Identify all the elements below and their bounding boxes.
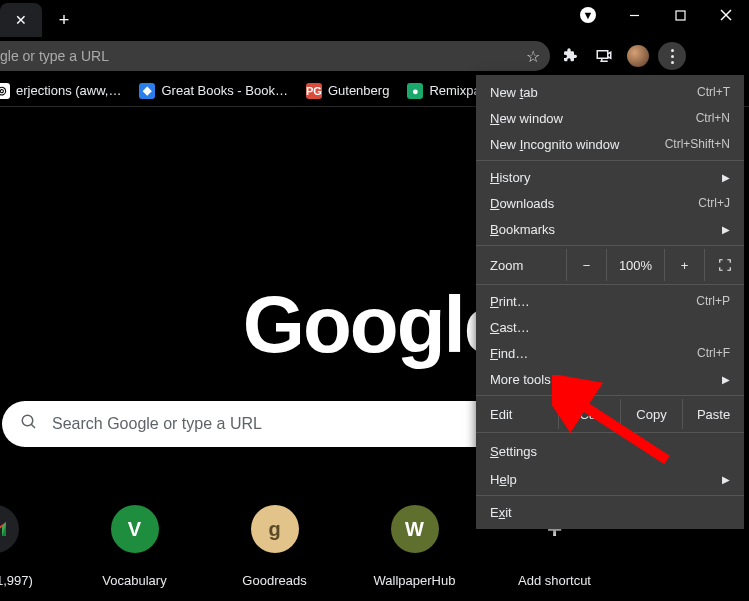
bookmark-favicon: PG (306, 83, 322, 99)
menu-more-tools[interactable]: More tools ▶ (476, 366, 744, 392)
active-tab[interactable]: ✕ (0, 3, 42, 37)
menu-edit-label: Edit (476, 407, 558, 422)
menu-edit-row: Edit Cut Copy Paste (476, 399, 744, 429)
menu-downloads[interactable]: Downloads Ctrl+J (476, 190, 744, 216)
bookmark-favicon: ◎ (0, 83, 10, 99)
bookmark-favicon: ● (407, 83, 423, 99)
bookmark-item[interactable]: ◎erjections (aww,… (0, 83, 121, 99)
profile-avatar[interactable] (624, 42, 652, 70)
main-menu-button[interactable] (658, 42, 686, 70)
menu-zoom-label: Zoom (476, 258, 566, 273)
shortcut-tile[interactable]: Inbox (1,997) (0, 505, 42, 588)
menu-incognito[interactable]: New Incognito window Ctrl+Shift+N (476, 131, 744, 157)
google-logo: Google (243, 279, 507, 371)
bookmark-favicon: ◆ (139, 83, 155, 99)
shortcut-tile[interactable]: VVocabulary (87, 505, 182, 588)
shortcut-label: Inbox (1,997) (0, 573, 33, 588)
zoom-out-button[interactable]: − (566, 249, 606, 281)
bookmark-label: erjections (aww,… (16, 83, 121, 98)
account-indicator-icon[interactable]: ▼ (565, 0, 611, 30)
menu-new-window[interactable]: New window Ctrl+N (476, 105, 744, 131)
close-tab-icon[interactable]: ✕ (15, 12, 27, 28)
svg-line-6 (31, 424, 35, 428)
menu-new-tab[interactable]: New tab Ctrl+T (476, 79, 744, 105)
shortcut-icon (0, 505, 19, 553)
zoom-value: 100% (606, 249, 664, 281)
new-tab-button[interactable]: + (50, 6, 78, 34)
menu-cast[interactable]: Cast… (476, 314, 744, 340)
menu-exit[interactable]: Exit (476, 499, 744, 525)
menu-zoom-row: Zoom − 100% + (476, 249, 744, 281)
search-placeholder: Search Google or type a URL (52, 415, 262, 433)
shortcut-icon: W (391, 505, 439, 553)
menu-find[interactable]: Find… Ctrl+F (476, 340, 744, 366)
bookmark-item[interactable]: ◆Great Books - Book… (139, 83, 287, 99)
shortcut-tile[interactable]: WWallpaperHub (367, 505, 462, 588)
search-box[interactable]: Search Google or type a URL (2, 401, 557, 447)
shortcut-icon: g (251, 505, 299, 553)
fullscreen-button[interactable] (704, 249, 744, 281)
zoom-in-button[interactable]: + (664, 249, 704, 281)
bookmark-item[interactable]: PGGutenberg (306, 83, 389, 99)
address-bar[interactable]: gle or type a URL ☆ (0, 41, 550, 71)
shortcut-label: Goodreads (242, 573, 306, 588)
shortcut-label: Vocabulary (102, 573, 166, 588)
menu-copy[interactable]: Copy (620, 399, 682, 429)
menu-settings[interactable]: Settings (476, 436, 744, 466)
menu-bookmarks[interactable]: Bookmarks ▶ (476, 216, 744, 242)
shortcut-label: WallpaperHub (374, 573, 456, 588)
bookmark-star-icon[interactable]: ☆ (526, 47, 540, 66)
extensions-icon[interactable] (556, 42, 584, 70)
menu-print[interactable]: Print… Ctrl+P (476, 288, 744, 314)
minimize-button[interactable] (611, 0, 657, 30)
address-placeholder: gle or type a URL (0, 48, 526, 64)
bookmark-label: Gutenberg (328, 83, 389, 98)
svg-rect-4 (597, 51, 608, 59)
menu-help[interactable]: Help ▶ (476, 466, 744, 492)
menu-history[interactable]: History ▶ (476, 164, 744, 190)
main-menu: New tab Ctrl+T New window Ctrl+N New Inc… (476, 75, 744, 529)
maximize-button[interactable] (657, 0, 703, 30)
search-icon (20, 413, 38, 436)
media-control-icon[interactable] (590, 42, 618, 70)
close-window-button[interactable] (703, 0, 749, 30)
menu-paste[interactable]: Paste (682, 399, 744, 429)
bookmark-label: Great Books - Book… (161, 83, 287, 98)
shortcut-icon: V (111, 505, 159, 553)
menu-cut[interactable]: Cut (558, 399, 620, 429)
svg-rect-1 (676, 11, 685, 20)
shortcut-tile[interactable]: gGoodreads (227, 505, 322, 588)
svg-point-5 (22, 415, 33, 426)
shortcut-label: Add shortcut (518, 573, 591, 588)
